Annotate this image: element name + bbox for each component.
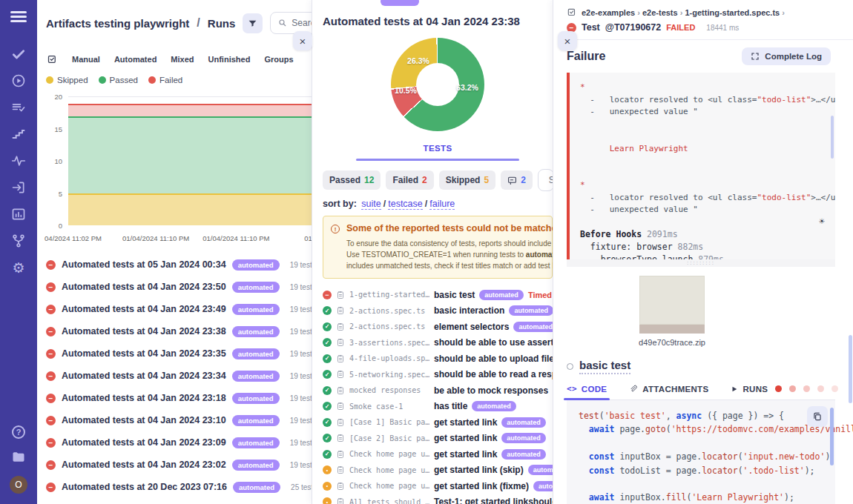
filter-button[interactable] [243, 13, 263, 33]
text-segment: >…</ul> [811, 95, 835, 105]
run-list-item[interactable]: −Automated tests at 04 Jan 2024 23:50aut… [46, 276, 312, 298]
select-all-icon[interactable] [46, 53, 58, 65]
filter-passed[interactable]: Passed12 [323, 170, 381, 190]
runs-filter-tab-manual[interactable]: Manual [72, 55, 100, 64]
list-check-icon[interactable] [10, 99, 27, 116]
tests-search-input[interactable]: Search [538, 169, 554, 191]
trace-attachment[interactable]: d49e70c9trace.zip [639, 276, 705, 347]
chart-x-axis: 04/2024 11:02 PM01/04/2024 11:10 PM01/04… [68, 234, 312, 245]
filter-label: Passed [329, 175, 360, 185]
runs-filter-tab-mixed[interactable]: Mixed [171, 55, 194, 64]
test-list-item[interactable]: ✓4-file-uploads.sp…should be able to upl… [323, 351, 553, 367]
breadcrumb-item[interactable]: e2e-tests [642, 8, 680, 17]
tab-attachments[interactable]: ATTACHMENTS [629, 384, 708, 399]
comments-filter[interactable]: 2 [501, 170, 533, 190]
complete-log-button[interactable]: Complete Log [742, 47, 831, 65]
sort-by-suite[interactable]: suite [361, 199, 381, 210]
failed-icon: − [46, 349, 56, 359]
settings-gear-icon[interactable]: ⚙ [10, 259, 27, 276]
brightness-toggle-icon[interactable]: ☀ [819, 214, 825, 229]
check-icon[interactable] [10, 46, 27, 62]
run-list-item[interactable]: −Automated tests at 04 Jan 2024 23:38aut… [46, 320, 312, 342]
legend-label: Skipped [57, 76, 88, 84]
runs-filter-tab-unfinished[interactable]: Unfinished [208, 55, 251, 64]
run-list-item[interactable]: −Automated tests at 05 Jan 2024 00:34aut… [46, 253, 312, 276]
runs-filter-tab-automated[interactable]: Automated [114, 55, 157, 64]
tab-tests[interactable]: TESTS [323, 144, 553, 153]
play-icon [731, 385, 738, 393]
text-segment: ( [738, 465, 743, 476]
test-list-item[interactable]: •Check home page u…get started link (ski… [323, 462, 553, 479]
automated-badge: automated [233, 482, 280, 493]
text-segment: 879ms [698, 254, 724, 259]
user-avatar[interactable]: O [10, 476, 27, 494]
log-scrollbar[interactable] [831, 116, 834, 159]
test-list-item[interactable]: ✓5-networking.spec…should be able to rea… [323, 367, 553, 383]
sort-by-failure[interactable]: failure [429, 199, 455, 210]
test-list-item[interactable]: ✓3-assertions.spec…should be able to use… [323, 335, 553, 351]
menu-icon[interactable] [10, 9, 27, 24]
test-title: basic test [434, 290, 475, 300]
filter-skipped[interactable]: Skipped5 [439, 170, 495, 190]
projects-folder-icon[interactable] [10, 448, 27, 465]
test-id[interactable]: @T07190672 [605, 22, 661, 33]
run-list-item[interactable]: −Automated tests at 04 Jan 2024 23:34aut… [46, 365, 312, 387]
panel-scrollbar[interactable] [849, 335, 852, 403]
close-test-detail-button[interactable]: × [558, 31, 577, 50]
test-list-item[interactable]: ✓Smoke case-1has titleautomated [323, 399, 553, 415]
code-scrollbar[interactable] [830, 408, 834, 465]
play-circle-icon[interactable] [10, 73, 27, 89]
breadcrumb-item[interactable]: e2e-examples [582, 8, 637, 17]
test-name[interactable]: basic test [579, 359, 630, 374]
automated-badge: automated [479, 290, 524, 300]
activity-icon[interactable] [10, 153, 27, 169]
run-title: Automated tests at 04 Jan 2024 23:38 [62, 326, 226, 336]
test-list-item[interactable]: −1-getting-started…basic testautomatedTi… [323, 287, 553, 303]
text-segment: , [666, 411, 676, 421]
run-list-item[interactable]: −Automated tests at 04 Jan 2024 23:49aut… [46, 298, 312, 320]
automated-badge: automated [232, 259, 280, 271]
sort-separator: / [425, 199, 427, 209]
close-run-detail-button[interactable]: × [293, 31, 312, 50]
failed-icon: − [46, 483, 56, 492]
run-list-item[interactable]: −Automated tests at 04 Jan 2024 23:09aut… [46, 431, 312, 454]
test-list-item[interactable]: ✓mocked responsesbe able to mock respons… [323, 382, 553, 399]
test-list-item[interactable]: •Check home page u…get started link (fix… [323, 478, 553, 494]
text-segment [579, 492, 589, 503]
runs-filter-tab-groups[interactable]: Groups [264, 55, 293, 64]
run-list-item[interactable]: −Automated tests at 04 Jan 2024 23:10aut… [46, 409, 312, 431]
steps-icon[interactable] [10, 126, 27, 142]
text-segment: 'Learn Playwright' [691, 492, 784, 503]
run-list-item[interactable]: −automated [46, 498, 312, 504]
text-segment: locator [702, 451, 737, 462]
breadcrumb-item[interactable]: 1-getting-started.spec.ts [685, 8, 782, 17]
code-line: test('basic test', async ({ page }) => { [579, 409, 823, 422]
help-icon[interactable]: ? [12, 425, 25, 439]
text-segment: inputBox = page. [614, 451, 702, 462]
run-list-item[interactable]: −Automated tests at 04 Jan 2024 23:02aut… [46, 454, 312, 476]
filter-failed[interactable]: Failed2 [386, 170, 433, 190]
x-tick-label: 04/2024 11:02 PM [45, 234, 102, 242]
branch-icon[interactable] [10, 233, 27, 249]
test-list-item[interactable]: ✓2-actions.spec.tsbasic interactionautom… [323, 303, 553, 319]
run-list-item[interactable]: −Automated tests at 04 Jan 2024 23:18aut… [46, 387, 312, 409]
copy-code-button[interactable] [807, 406, 828, 427]
text-segment: - locator resolved to <ul class= [580, 95, 757, 105]
test-list-item[interactable]: •All tests should …Test-1: get started l… [323, 494, 553, 504]
tab-runs[interactable]: RUNS [731, 384, 838, 399]
test-title: get started link [434, 417, 497, 428]
report-chart-icon[interactable] [10, 206, 27, 222]
resize-handle[interactable]: ::::::::: [567, 259, 835, 267]
test-list-item[interactable]: ✓2-actions.spec.tselement selectorsautom… [323, 319, 553, 335]
test-list-item[interactable]: ✓[Case 2] Basic pa…get started linkautom… [323, 431, 553, 447]
skipped-icon: • [323, 497, 332, 504]
run-list-item[interactable]: −Automated tests at 20 Dec 2023 07:16aut… [46, 476, 312, 498]
failed-icon: − [46, 460, 56, 470]
passed-icon: ✓ [323, 386, 332, 395]
import-icon[interactable] [10, 179, 27, 196]
test-list-item[interactable]: ✓Check home page u…get started linkautom… [323, 446, 553, 462]
sort-by-testcase[interactable]: testcase [388, 199, 423, 210]
tab-code[interactable]: <>CODE [567, 384, 607, 399]
run-list-item[interactable]: −Automated tests at 04 Jan 2024 23:35aut… [46, 342, 312, 365]
test-list-item[interactable]: ✓[Case 1] Basic pa…get started linkautom… [323, 414, 553, 431]
